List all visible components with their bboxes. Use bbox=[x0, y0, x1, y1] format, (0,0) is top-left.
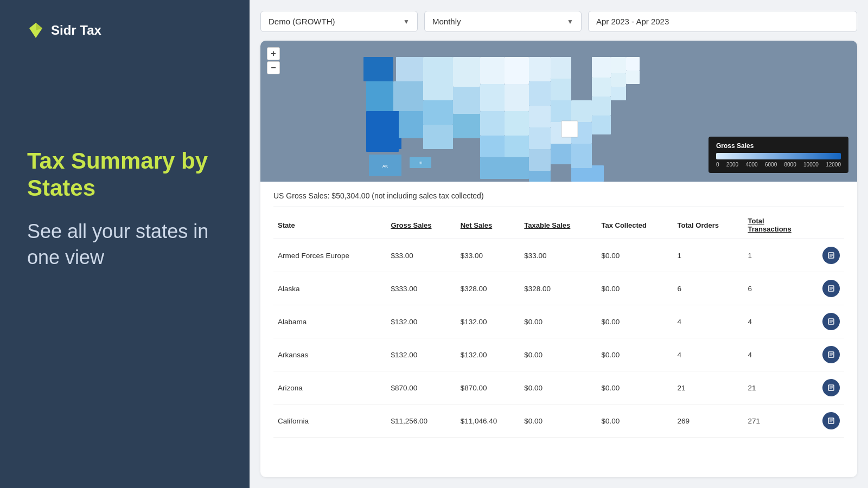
account-chevron-icon: ▼ bbox=[403, 18, 410, 25]
cell-state: Alaska bbox=[273, 272, 386, 305]
svg-rect-42 bbox=[592, 115, 611, 134]
svg-rect-34 bbox=[571, 100, 592, 122]
legend-labels: 0 2000 4000 6000 8000 10000 12000 bbox=[716, 162, 841, 168]
view-detail-button[interactable] bbox=[822, 412, 840, 429]
main-content: Demo (GROWTH) ▼ Monthly ▼ Apr 2023 - Apr… bbox=[250, 0, 868, 488]
table-header-row: State Gross Sales Net Sales Taxable Sale… bbox=[273, 209, 844, 239]
cell-state: Armed Forces Europe bbox=[273, 239, 386, 272]
svg-rect-48 bbox=[571, 144, 592, 168]
svg-rect-39 bbox=[592, 57, 611, 78]
cell-total-transactions: 1 bbox=[744, 239, 817, 272]
legend-title: Gross Sales bbox=[716, 142, 841, 150]
period-chevron-icon: ▼ bbox=[567, 18, 573, 25]
col-action bbox=[817, 209, 844, 239]
col-taxable-sales: Taxable Sales bbox=[520, 209, 597, 239]
cell-state: Alabama bbox=[273, 305, 386, 338]
svg-rect-17 bbox=[480, 111, 505, 136]
cell-state: Arkansas bbox=[273, 338, 386, 371]
svg-rect-8 bbox=[399, 111, 426, 138]
zoom-out-button[interactable]: − bbox=[267, 61, 280, 74]
cell-action bbox=[817, 338, 844, 371]
period-dropdown[interactable]: Monthly ▼ bbox=[424, 11, 582, 32]
view-detail-button[interactable] bbox=[822, 280, 840, 297]
svg-text:AK: AK bbox=[382, 164, 388, 169]
col-net-sales: Net Sales bbox=[456, 209, 520, 239]
cell-tax-collected: $0.00 bbox=[597, 371, 673, 404]
table-row: Arkansas $132.00 $132.00 $0.00 $0.00 4 4 bbox=[273, 338, 844, 371]
account-dropdown[interactable]: Demo (GROWTH) ▼ bbox=[260, 11, 418, 32]
cell-action bbox=[817, 272, 844, 305]
legend-gradient bbox=[716, 153, 841, 159]
cell-total-transactions: 21 bbox=[744, 371, 817, 404]
svg-rect-10 bbox=[423, 100, 453, 125]
svg-rect-30 bbox=[551, 79, 571, 100]
sidebar-heading: Tax Summary by States bbox=[27, 147, 222, 202]
cell-gross-sales: $132.00 bbox=[386, 338, 456, 371]
svg-rect-13 bbox=[453, 87, 480, 114]
cell-gross-sales: $132.00 bbox=[386, 305, 456, 338]
cell-net-sales: $328.00 bbox=[456, 272, 520, 305]
view-detail-button[interactable] bbox=[822, 313, 840, 330]
svg-rect-33 bbox=[551, 144, 571, 164]
cell-net-sales: $11,046.40 bbox=[456, 404, 520, 438]
svg-rect-50 bbox=[505, 136, 529, 157]
cell-taxable-sales: $0.00 bbox=[520, 371, 597, 404]
svg-rect-6 bbox=[396, 57, 423, 81]
cell-net-sales: $132.00 bbox=[456, 305, 520, 338]
svg-rect-47 bbox=[626, 70, 640, 84]
date-range-input[interactable]: Apr 2023 - Apr 2023 bbox=[588, 11, 857, 32]
cell-action bbox=[817, 305, 844, 338]
cell-gross-sales: $33.00 bbox=[386, 239, 456, 272]
cell-total-transactions: 4 bbox=[744, 338, 817, 371]
svg-rect-9 bbox=[423, 57, 453, 100]
svg-rect-25 bbox=[529, 81, 551, 106]
col-total-orders: Total Orders bbox=[673, 209, 744, 239]
main-card: + − bbox=[260, 41, 857, 477]
table-row: Armed Forces Europe $33.00 $33.00 $33.00… bbox=[273, 239, 844, 272]
cell-net-sales: $33.00 bbox=[456, 239, 520, 272]
svg-rect-27 bbox=[529, 127, 551, 149]
states-table: State Gross Sales Net Sales Taxable Sale… bbox=[273, 209, 844, 438]
svg-rect-21 bbox=[505, 111, 529, 136]
cell-taxable-sales: $0.00 bbox=[520, 404, 597, 438]
top-bar: Demo (GROWTH) ▼ Monthly ▼ Apr 2023 - Apr… bbox=[260, 11, 857, 32]
table-row: Alabama $132.00 $132.00 $0.00 $0.00 4 4 bbox=[273, 305, 844, 338]
cell-tax-collected: $0.00 bbox=[597, 305, 673, 338]
cell-tax-collected: $0.00 bbox=[597, 338, 673, 371]
svg-rect-49 bbox=[529, 171, 551, 182]
svg-rect-40 bbox=[592, 78, 611, 97]
cell-action bbox=[817, 404, 844, 438]
cell-net-sales: $870.00 bbox=[456, 371, 520, 404]
table-section: US Gross Sales: $50,304.00 (not includin… bbox=[260, 182, 857, 477]
cell-total-transactions: 6 bbox=[744, 272, 817, 305]
map-area: + − bbox=[260, 41, 857, 182]
cell-tax-collected: $0.00 bbox=[597, 239, 673, 272]
svg-rect-23 bbox=[480, 157, 529, 179]
cell-taxable-sales: $0.00 bbox=[520, 338, 597, 371]
cell-gross-sales: $333.00 bbox=[386, 272, 456, 305]
svg-rect-11 bbox=[423, 125, 453, 149]
svg-rect-31 bbox=[551, 100, 571, 122]
map-legend: Gross Sales 0 2000 4000 6000 8000 10000 … bbox=[709, 137, 848, 173]
view-detail-button[interactable] bbox=[822, 247, 840, 264]
cell-action bbox=[817, 239, 844, 272]
svg-rect-4 bbox=[366, 81, 393, 111]
view-detail-button[interactable] bbox=[822, 379, 840, 396]
table-row: Arizona $870.00 $870.00 $0.00 $0.00 21 2… bbox=[273, 371, 844, 404]
cell-total-orders: 6 bbox=[673, 272, 744, 305]
svg-rect-3 bbox=[363, 57, 393, 81]
zoom-in-button[interactable]: + bbox=[267, 47, 280, 60]
svg-rect-20 bbox=[505, 84, 529, 111]
cell-state: California bbox=[273, 404, 386, 438]
svg-rect-46 bbox=[626, 57, 640, 70]
svg-rect-44 bbox=[611, 73, 626, 87]
cell-total-orders: 21 bbox=[673, 371, 744, 404]
col-state: State bbox=[273, 209, 386, 239]
cell-total-orders: 269 bbox=[673, 404, 744, 438]
logo-area: Sidr Tax bbox=[27, 22, 222, 39]
svg-rect-51 bbox=[366, 114, 399, 152]
view-detail-button[interactable] bbox=[822, 346, 840, 363]
date-range-value: Apr 2023 - Apr 2023 bbox=[596, 17, 669, 26]
sidebar: Sidr Tax Tax Summary by States See all y… bbox=[0, 0, 250, 488]
cell-tax-collected: $0.00 bbox=[597, 272, 673, 305]
